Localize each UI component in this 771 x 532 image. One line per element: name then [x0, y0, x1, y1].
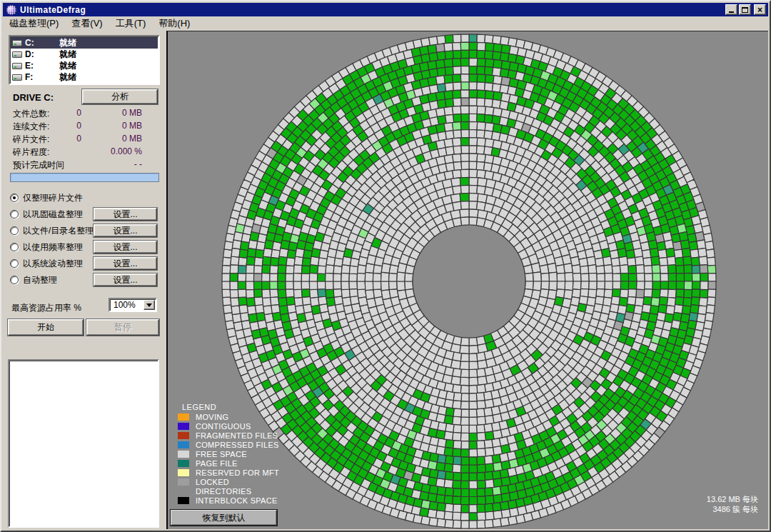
- settings-button[interactable]: 设置...: [94, 273, 157, 286]
- method-label[interactable]: 仅整理碎片文件: [23, 192, 83, 204]
- radio-fragmented-only[interactable]: [10, 194, 19, 202]
- stat-count: 0: [39, 134, 81, 144]
- drive-row[interactable]: E: 就绪: [11, 60, 158, 71]
- drive-icon: [12, 40, 22, 46]
- contiguous-swatch: [178, 423, 189, 430]
- drive-letter: E:: [25, 61, 59, 71]
- settings-button[interactable]: 设置...: [94, 257, 157, 270]
- radio-by-volatility[interactable]: [10, 259, 19, 268]
- legend-label: CONTIGUOUS: [196, 422, 251, 431]
- legend-item: COMPRESSED FILES: [168, 440, 279, 449]
- menu-item-view[interactable]: 查看(V): [65, 16, 109, 31]
- compressed-swatch: [178, 441, 189, 448]
- method-row: 自动整理 设置...: [3, 273, 166, 286]
- menu-item-defrag[interactable]: 磁盘整理(P): [3, 16, 65, 31]
- block-size-mb: 13.62 MB 每块: [707, 494, 758, 504]
- drive-row[interactable]: C: 就绪: [11, 37, 158, 49]
- method-label[interactable]: 以使用频率整理: [23, 241, 83, 254]
- method-label[interactable]: 以巩固磁盘整理: [23, 209, 83, 221]
- stat-label: 预计完成时间: [13, 159, 64, 171]
- stat-size: 0 MB: [81, 108, 142, 118]
- resource-usage-select[interactable]: 100%: [109, 298, 157, 312]
- radio-consolidate[interactable]: [10, 210, 19, 219]
- close-button[interactable]: ×: [754, 4, 766, 15]
- maximize-button[interactable]: [739, 4, 751, 15]
- drive-letter: C:: [25, 38, 59, 48]
- menu-bar: 磁盘整理(P) 查看(V) 工具(T) 帮助(H): [3, 16, 768, 31]
- legend-item: DIRECTORIES: [168, 486, 279, 496]
- control-panel: C: 就绪 D: 就绪 E: 就绪 F: 就绪 DRIVE C: 分析: [3, 31, 166, 529]
- fragmented-swatch: [178, 432, 189, 439]
- mft-swatch: [178, 469, 189, 476]
- drive-status: 就绪: [59, 71, 76, 84]
- radio-by-filename[interactable]: [10, 226, 19, 235]
- settings-button[interactable]: 设置...: [94, 241, 157, 254]
- message-listbox[interactable]: [8, 359, 159, 528]
- legend-item: MOVING: [168, 412, 279, 421]
- legend-item: RESERVED FOR MFT: [168, 468, 279, 477]
- page-file-swatch: [178, 460, 189, 467]
- minimize-button[interactable]: [725, 4, 737, 15]
- drive-row[interactable]: F: 就绪: [11, 71, 158, 83]
- legend-items: MOVING CONTIGUOUS FRAGMENTED FILES COMPR…: [168, 412, 279, 505]
- drive-status: 就绪: [59, 60, 76, 72]
- legend-label: INTERBLOCK SPACE: [196, 496, 278, 505]
- drive-icon: [12, 51, 22, 58]
- legend-item: CONTIGUOUS: [168, 421, 279, 431]
- resource-usage-label: 最高资源占用率 %: [11, 302, 81, 314]
- settings-button[interactable]: 设置...: [94, 208, 157, 221]
- stat-size: 0.000 %: [81, 146, 142, 156]
- method-row: 以巩固磁盘整理 设置...: [3, 208, 166, 221]
- method-label[interactable]: 以文件/目录名整理: [23, 225, 94, 237]
- drive-letter: F:: [25, 72, 59, 82]
- free-space-swatch: [178, 451, 189, 458]
- drive-list: C: 就绪 D: 就绪 E: 就绪 F: 就绪: [9, 35, 160, 85]
- menu-item-tools[interactable]: 工具(T): [109, 16, 153, 31]
- method-label[interactable]: 以系统波动整理: [23, 258, 83, 270]
- interblock-swatch: [178, 497, 189, 504]
- radio-auto[interactable]: [10, 276, 19, 284]
- method-row: 以系统波动整理 设置...: [3, 257, 166, 270]
- block-size-clusters: 3486 簇 每块: [707, 504, 758, 514]
- stat-count: 0: [39, 121, 81, 131]
- pause-button: 暂停: [86, 319, 159, 336]
- stat-row: 碎片文件: 0 0 MB: [3, 132, 166, 145]
- minimize-icon: [729, 11, 734, 13]
- legend-label: PAGE FILE: [196, 459, 238, 468]
- directories-swatch: [178, 488, 189, 495]
- legend-title: LEGEND: [182, 403, 216, 411]
- maximize-icon: [742, 7, 748, 13]
- app-window: UltimateDefrag × 磁盘整理(P) 查看(V) 工具(T) 帮助(…: [0, 0, 771, 532]
- legend-item: INTERBLOCK SPACE: [168, 496, 279, 505]
- legend-item: PAGE FILE: [168, 458, 279, 468]
- settings-button[interactable]: 设置...: [94, 224, 157, 237]
- legend-label: RESERVED FOR MFT: [196, 468, 279, 477]
- resource-usage-value: 100%: [114, 300, 136, 310]
- legend-label: MOVING: [196, 413, 228, 421]
- stat-row: 连续文件: 0 0 MB: [3, 119, 166, 132]
- menu-item-help[interactable]: 帮助(H): [152, 16, 196, 31]
- analyze-button[interactable]: 分析: [82, 89, 158, 104]
- drive-letter: D:: [25, 49, 59, 59]
- progress-bar: [10, 173, 159, 182]
- drive-row[interactable]: D: 就绪: [11, 49, 158, 60]
- drive-icon: [12, 63, 22, 69]
- legend-label: FRAGMENTED FILES: [196, 431, 278, 440]
- stat-row: 预计完成时间 - -: [3, 158, 166, 171]
- method-label[interactable]: 自动整理: [23, 274, 57, 286]
- title-bar[interactable]: UltimateDefrag ×: [3, 3, 768, 16]
- legend-label: LOCKED: [196, 478, 229, 486]
- drive-status: 就绪: [59, 49, 76, 61]
- start-button[interactable]: 开始: [8, 319, 84, 336]
- moving-swatch: [178, 413, 189, 421]
- app-icon: [6, 5, 16, 15]
- radio-by-usage[interactable]: [10, 243, 19, 251]
- disk-panel: LEGEND MOVING CONTIGUOUS FRAGMENTED FILE…: [166, 31, 768, 529]
- stat-row: 文件总数: 0 0 MB: [3, 106, 166, 119]
- drive-status: 就绪: [59, 37, 76, 49]
- method-row: 仅整理碎片文件: [3, 191, 166, 204]
- chevron-down-icon[interactable]: [143, 300, 155, 310]
- stat-size: 0 MB: [81, 121, 142, 131]
- legend-item: LOCKED: [168, 477, 279, 486]
- restore-defaults-button[interactable]: 恢复到默认: [171, 510, 277, 526]
